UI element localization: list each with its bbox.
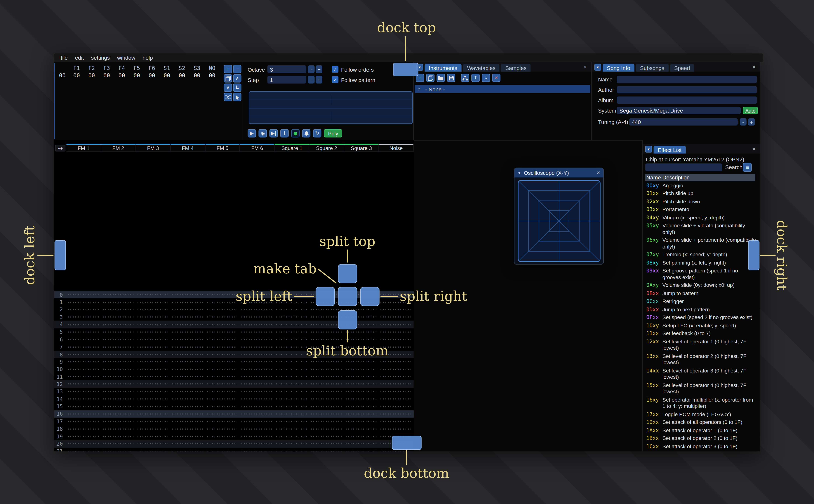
pattern-cell[interactable] — [205, 373, 240, 380]
pattern-cell[interactable] — [205, 358, 240, 365]
split-top-target[interactable] — [338, 264, 357, 283]
pattern-row[interactable]: 11 — [54, 373, 414, 380]
order-column-header[interactable]: F5 — [129, 65, 144, 72]
pattern-cell[interactable] — [309, 403, 344, 410]
effect-row[interactable]: 10xySetup LFO (x: enable; y: speed) — [645, 322, 757, 330]
pattern-cell[interactable] — [275, 433, 309, 440]
collapse-button[interactable]: ▼ — [595, 64, 601, 71]
pattern-cell[interactable] — [275, 373, 309, 380]
pattern-cell[interactable] — [171, 321, 205, 328]
pattern-cell[interactable] — [275, 440, 309, 447]
pattern-cell[interactable] — [205, 447, 240, 451]
pattern-cell[interactable] — [101, 321, 136, 328]
split-right-target[interactable] — [360, 287, 379, 306]
pattern-cell[interactable] — [101, 373, 136, 380]
pattern-cell[interactable] — [66, 440, 101, 447]
tab-wavetables[interactable]: Wavetables — [463, 64, 500, 71]
name-field[interactable] — [617, 76, 757, 83]
pattern-cell[interactable] — [171, 388, 205, 395]
menu-item-window[interactable]: window — [114, 53, 139, 62]
pattern-cell[interactable] — [66, 388, 101, 395]
instrument-save-button[interactable] — [447, 74, 455, 82]
effect-row[interactable]: 07xyTremolo (x: speed; y: depth) — [645, 251, 757, 259]
auto-system-button[interactable]: Auto — [743, 107, 758, 114]
tuning-field[interactable]: 440 — [629, 118, 738, 125]
split-bottom-target[interactable] — [338, 310, 357, 329]
pattern-cell[interactable] — [240, 365, 275, 373]
pattern-cell[interactable] — [136, 440, 170, 447]
pattern-row[interactable]: 21 — [54, 447, 414, 451]
effect-search-input[interactable] — [645, 163, 722, 171]
pattern-cell[interactable] — [101, 380, 136, 388]
pattern-cell[interactable] — [136, 291, 170, 298]
order-cell[interactable]: 00 — [205, 72, 220, 79]
pattern-cell[interactable] — [136, 380, 170, 388]
pattern-cell[interactable] — [136, 410, 170, 418]
pattern-cell[interactable] — [379, 321, 414, 328]
tab-samples[interactable]: Samples — [501, 64, 531, 71]
effect-row[interactable]: 0CxxRetrigger — [645, 298, 757, 306]
pattern-cell[interactable] — [205, 440, 240, 447]
pattern-cell[interactable] — [309, 388, 344, 395]
channel-header-square-3[interactable]: Square 3 — [344, 144, 379, 152]
pattern-cell[interactable] — [101, 298, 136, 306]
dock-top-target[interactable] — [393, 63, 419, 76]
pattern-cell[interactable] — [205, 433, 240, 440]
channel-header-fm-2[interactable]: FM 2 — [101, 144, 136, 152]
channel-header-square-2[interactable]: Square 2 — [309, 144, 344, 152]
pattern-cell[interactable] — [101, 336, 136, 343]
effect-row[interactable]: 02xxPitch slide down — [645, 198, 757, 206]
pattern-cell[interactable] — [240, 351, 275, 358]
pattern-cell[interactable] — [379, 365, 414, 373]
pattern-cell[interactable] — [101, 351, 136, 358]
pattern-cell[interactable] — [240, 410, 275, 418]
effect-row[interactable]: 1BxxSet attack of operator 2 (0 to 1F) — [645, 435, 757, 443]
order-cell[interactable]: 00 — [144, 72, 159, 79]
pattern-expand-button[interactable]: ++ — [55, 145, 65, 152]
split-left-target[interactable] — [315, 287, 335, 306]
effect-row[interactable]: 00xyArpeggio — [645, 182, 757, 190]
pattern-cell[interactable] — [379, 336, 414, 343]
pattern-cell[interactable] — [240, 328, 275, 336]
pattern-cell[interactable] — [379, 395, 414, 403]
pattern-cell[interactable] — [379, 403, 414, 410]
play-button[interactable]: ▶ — [247, 129, 256, 137]
order-remove-button[interactable]: − — [233, 65, 241, 73]
pattern-cell[interactable] — [66, 425, 101, 433]
pattern-cell[interactable] — [171, 336, 205, 343]
pattern-cell[interactable] — [344, 336, 379, 343]
pattern-cell[interactable] — [66, 336, 101, 343]
pattern-cell[interactable] — [344, 425, 379, 433]
pattern-cell[interactable] — [136, 306, 170, 313]
pattern-cell[interactable] — [101, 358, 136, 365]
instrument-open-button[interactable] — [437, 74, 445, 82]
pattern-cell[interactable] — [309, 365, 344, 373]
channel-header-noise[interactable]: Noise — [379, 144, 414, 152]
pattern-cell[interactable] — [171, 358, 205, 365]
pattern-cell[interactable] — [66, 365, 101, 373]
pattern-row[interactable]: 4 — [54, 321, 414, 328]
pattern-cell[interactable] — [379, 328, 414, 336]
pattern-cell[interactable] — [240, 403, 275, 410]
step-decrease-button[interactable]: - — [308, 76, 315, 83]
effect-row[interactable]: 04xyVibrato (x: speed; y: depth) — [645, 214, 757, 222]
pattern-cell[interactable] — [309, 440, 344, 447]
pattern-cell[interactable] — [101, 425, 136, 433]
author-field[interactable] — [617, 86, 757, 93]
tab-speed[interactable]: Speed — [670, 64, 694, 71]
pattern-cell[interactable] — [309, 433, 344, 440]
pattern-cell[interactable] — [275, 358, 309, 365]
follow-orders-checkbox[interactable]: ✓ — [332, 66, 338, 73]
oscilloscope-titlebar[interactable]: ▼ Oscilloscope (X-Y) × — [515, 168, 603, 177]
pattern-cell[interactable] — [275, 306, 309, 313]
pattern-cell[interactable] — [240, 306, 275, 313]
pattern-cell[interactable] — [136, 447, 170, 451]
pattern-cell[interactable] — [101, 433, 136, 440]
pattern-cell[interactable] — [240, 440, 275, 447]
pattern-cell[interactable] — [136, 321, 170, 328]
instrument-delete-button[interactable]: × — [492, 74, 501, 82]
pattern-cell[interactable] — [101, 395, 136, 403]
pattern-cell[interactable] — [101, 403, 136, 410]
pattern-cell[interactable] — [309, 358, 344, 365]
pattern-row[interactable]: 15 — [54, 403, 414, 410]
